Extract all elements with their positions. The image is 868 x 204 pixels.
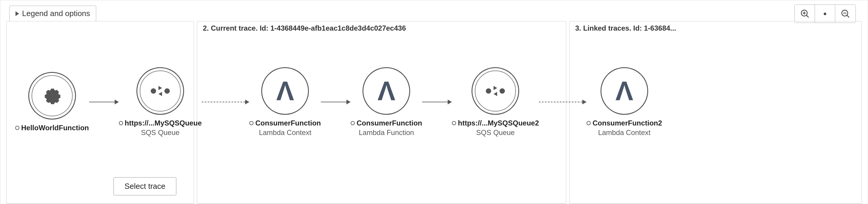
zoom-controls: • (795, 4, 856, 23)
node-hello-world: HelloWorldFunction (15, 72, 89, 132)
node-sqs-queue-2-label: https://...MySQSQueue2 SQS Queue (452, 119, 539, 137)
node-sqs-queue-1-label: https://...MySQSQueue SQS Queue (119, 119, 202, 137)
node-consumer-fn-1-name: ConsumerFunction (255, 119, 321, 127)
node-consumer-fn-1: Λ ConsumerFunction Lambda Context (249, 67, 321, 137)
node-sqs-queue-1: https://...MySQSQueue SQS Queue (119, 67, 202, 137)
node-status-dot (249, 121, 253, 125)
node-sqs-queue-2: https://...MySQSQueue2 SQS Queue (452, 67, 539, 137)
node-sqs-queue-1-circle (136, 67, 184, 115)
zoom-in-button[interactable] (795, 5, 815, 23)
node-consumer-fn-2-label: ConsumerFunction Lambda Function (350, 119, 422, 137)
lambda-icon: Λ (377, 78, 395, 104)
linked-traces-label: 3. Linked traces. Id: 1-63684... (575, 24, 676, 32)
node-status-dot (15, 126, 19, 130)
connector-arrow-2 (321, 100, 350, 104)
node-consumer-fn-2b-name: ConsumerFunction2 (592, 119, 662, 127)
current-trace-label: 2. Current trace. Id: 1-4368449e-afb1eac… (203, 24, 406, 32)
sqs-icon (151, 86, 170, 96)
node-consumer-fn-2-sub: Lambda Function (350, 129, 422, 137)
node-consumer-fn-1-label: ConsumerFunction Lambda Context (249, 119, 321, 137)
connector-dashed-2 (539, 100, 587, 104)
zoom-dot-icon: • (823, 8, 827, 19)
svg-line-3 (806, 15, 808, 17)
lambda-icon: Λ (615, 78, 633, 104)
node-sqs-queue-1-name: https://...MySQSQueue (125, 119, 202, 127)
zoom-in-icon (801, 9, 809, 18)
node-consumer-fn-1-circle: Λ (261, 67, 309, 115)
zoom-out-icon (841, 9, 849, 18)
svg-line-6 (847, 15, 849, 17)
lambda-icon: Λ (276, 78, 294, 104)
gear-icon (40, 84, 64, 108)
node-consumer-fn-2b-label: ConsumerFunction2 Lambda Context (587, 119, 662, 137)
connector-dashed-1 (202, 100, 249, 104)
node-status-dot (350, 121, 355, 125)
node-consumer-fn-2-name: ConsumerFunction (356, 119, 422, 127)
legend-options-button[interactable]: Legend and options (9, 6, 96, 22)
connector-arrow-1 (89, 100, 119, 104)
node-sqs-queue-1-sub: SQS Queue (119, 129, 202, 137)
zoom-out-button[interactable] (835, 5, 856, 23)
node-hello-world-name: HelloWorldFunction (21, 124, 89, 132)
node-status-dot (452, 121, 456, 125)
main-container: Legend and options • 2. Curr (0, 0, 868, 204)
node-status-dot (587, 121, 591, 125)
node-consumer-fn-2-circle: Λ (363, 67, 410, 115)
node-consumer-fn-2b-sub: Lambda Context (587, 129, 662, 137)
node-status-dot (119, 121, 123, 125)
node-consumer-fn-2b-circle: Λ (600, 67, 648, 115)
node-sqs-queue-2-sub: SQS Queue (452, 129, 539, 137)
node-sqs-queue-2-name: https://...MySQSQueue2 (458, 119, 539, 127)
node-sqs-queue-2-circle (471, 67, 519, 115)
expand-icon (16, 11, 19, 16)
zoom-reset-button[interactable]: • (815, 5, 835, 23)
node-hello-world-circle (28, 72, 76, 120)
node-consumer-fn-2: Λ ConsumerFunction Lambda Function (350, 67, 422, 137)
node-consumer-fn-1-sub: Lambda Context (249, 129, 321, 137)
node-consumer-fn-2b: Λ ConsumerFunction2 Lambda Context (587, 67, 662, 137)
select-trace-button[interactable]: Select trace (114, 177, 176, 195)
legend-label: Legend and options (22, 9, 90, 18)
connector-arrow-3 (422, 100, 452, 104)
nodes-row: HelloWorldFunction (15, 67, 662, 137)
sqs-icon-2 (486, 86, 505, 96)
node-hello-world-label: HelloWorldFunction (15, 124, 89, 132)
